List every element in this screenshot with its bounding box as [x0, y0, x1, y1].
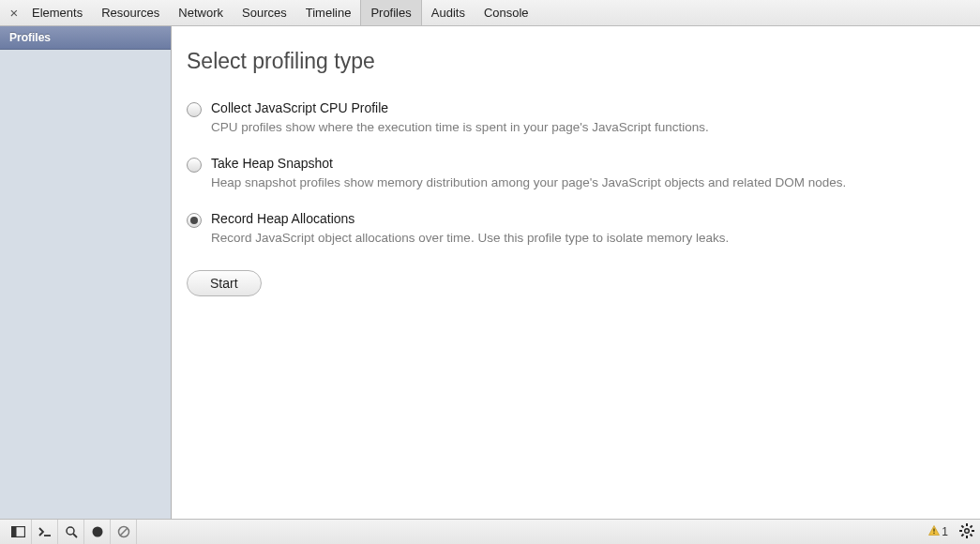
radio-cpu-profile[interactable] [187, 102, 202, 117]
tab-resources[interactable]: Resources [92, 0, 169, 25]
svg-rect-18 [970, 533, 973, 536]
option-body: Record Heap Allocations Record JavaScrip… [211, 211, 954, 248]
statusbar-left [6, 520, 137, 545]
statusbar-right: 1 [928, 523, 974, 541]
main-panel: Select profiling type Collect JavaScript… [172, 26, 980, 519]
start-button[interactable]: Start [187, 270, 262, 296]
svg-rect-9 [934, 533, 935, 534]
search-icon[interactable] [58, 520, 84, 545]
svg-rect-11 [966, 523, 968, 526]
svg-rect-13 [959, 530, 962, 532]
svg-point-19 [965, 529, 968, 532]
option-desc: Record JavaScript object allocations ove… [211, 230, 954, 248]
svg-point-3 [67, 527, 74, 535]
settings-icon[interactable] [959, 523, 974, 541]
option-desc: Heap snapshot profiles show memory distr… [211, 174, 954, 192]
sidebar: Profiles [0, 26, 172, 519]
console-toggle-icon[interactable] [32, 520, 58, 545]
svg-rect-17 [961, 524, 965, 528]
svg-rect-8 [934, 529, 935, 532]
sidebar-header: Profiles [0, 26, 171, 50]
option-label: Take Heap Snapshot [211, 156, 954, 171]
svg-rect-12 [966, 536, 968, 538]
clear-icon[interactable] [111, 520, 137, 545]
svg-rect-16 [961, 533, 965, 536]
statusbar: 1 [0, 519, 980, 544]
record-icon[interactable] [84, 520, 111, 545]
option-heap-snapshot[interactable]: Take Heap Snapshot Heap snapshot profile… [187, 156, 954, 192]
option-body: Take Heap Snapshot Heap snapshot profile… [211, 156, 954, 192]
tab-profiles[interactable]: Profiles [360, 0, 421, 25]
warning-count[interactable]: 1 [928, 525, 948, 538]
tab-sources[interactable]: Sources [233, 0, 296, 25]
option-label: Record Heap Allocations [211, 211, 954, 226]
page-title: Select profiling type [187, 49, 954, 74]
option-heap-allocations[interactable]: Record Heap Allocations Record JavaScrip… [187, 211, 954, 248]
tab-elements[interactable]: Elements [23, 0, 92, 25]
option-desc: CPU profiles show where the execution ti… [211, 119, 954, 137]
option-cpu-profile[interactable]: Collect JavaScript CPU Profile CPU profi… [187, 100, 954, 137]
tab-network[interactable]: Network [169, 0, 233, 25]
tab-audits[interactable]: Audits [422, 0, 475, 25]
svg-line-4 [73, 534, 77, 537]
radio-heap-allocations[interactable] [187, 213, 202, 228]
warning-count-value: 1 [942, 525, 948, 538]
warning-icon [928, 525, 940, 538]
content-row: Profiles Select profiling type Collect J… [0, 26, 980, 519]
dock-icon[interactable] [6, 520, 32, 545]
devtools-tabbar: × Elements Resources Network Sources Tim… [0, 0, 980, 26]
svg-rect-1 [12, 527, 17, 537]
svg-point-5 [92, 527, 102, 537]
svg-rect-15 [970, 524, 973, 528]
option-label: Collect JavaScript CPU Profile [211, 100, 954, 115]
svg-line-7 [120, 528, 127, 535]
tab-timeline[interactable]: Timeline [296, 0, 361, 25]
tab-console[interactable]: Console [475, 0, 538, 25]
option-body: Collect JavaScript CPU Profile CPU profi… [211, 100, 954, 137]
close-icon[interactable]: × [6, 6, 23, 20]
svg-rect-14 [972, 530, 974, 532]
radio-heap-snapshot[interactable] [187, 158, 202, 173]
